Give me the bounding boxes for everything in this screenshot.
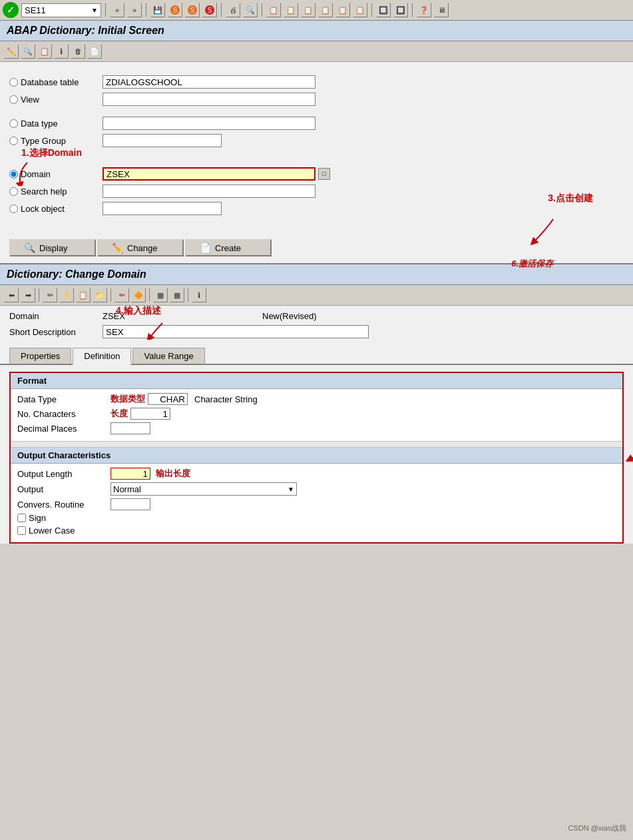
edit-icon[interactable]: ✏️	[4, 44, 19, 59]
domain-radio-label[interactable]: Domain	[9, 169, 103, 179]
domain-radio[interactable]	[9, 170, 18, 179]
search-help-row: Search help	[9, 185, 624, 198]
back-btn[interactable]: «	[110, 3, 124, 17]
output-inner: Output Length 输出长度 Output Normal ▼ Conve…	[11, 464, 622, 542]
type-group-radio[interactable]	[9, 137, 18, 145]
database-table-radio[interactable]	[9, 78, 18, 87]
data-type-input[interactable]	[103, 117, 316, 130]
grid2-icon[interactable]: ▦	[170, 288, 184, 302]
search-help-input[interactable]	[103, 185, 316, 198]
convers-routine-input[interactable]	[110, 498, 150, 510]
data-type-format-label: Data Type	[17, 394, 110, 404]
t8[interactable]: 🔲	[393, 3, 408, 17]
red-icon1[interactable]: ✏	[114, 288, 129, 302]
output-length-row: Output Length 输出长度	[17, 468, 616, 480]
type-group-radio-label[interactable]: Type Group	[9, 136, 103, 146]
view-input[interactable]	[103, 93, 316, 106]
t7[interactable]: 🔲	[376, 3, 391, 17]
yellow-icon[interactable]: 🔶	[131, 288, 146, 302]
data-type-radio[interactable]	[9, 119, 18, 128]
copy-icon[interactable]: 📋	[37, 44, 52, 59]
format-header: Format	[11, 373, 622, 389]
save-btn[interactable]: 💾	[150, 3, 165, 17]
tab-definition[interactable]: Definition	[73, 348, 131, 365]
lock-object-input[interactable]	[103, 202, 222, 215]
domain-input-group: □	[103, 167, 330, 181]
no-chars-input[interactable]	[130, 408, 170, 420]
lower-case-checkbox[interactable]	[17, 526, 26, 535]
separator	[262, 3, 262, 17]
tab-properties[interactable]: Properties	[9, 348, 71, 364]
domain-copy-icon[interactable]: □	[318, 168, 330, 180]
lower-section: Domain ZSEX New(Revised) Short Descripti…	[0, 306, 633, 544]
no-chars-label: No. Characters	[17, 409, 110, 419]
delete-icon[interactable]: 🗑	[71, 44, 85, 59]
forward-btn[interactable]: »	[127, 3, 142, 17]
type-group-input[interactable]	[103, 134, 222, 147]
info-icon[interactable]: ℹ	[54, 44, 69, 59]
data-type-annotation: 数据类型	[110, 393, 145, 405]
search-help-radio-label[interactable]: Search help	[9, 187, 103, 197]
create-button[interactable]: 📄 Create	[185, 239, 272, 256]
lower-form: Domain ZSEX New(Revised) Short Descripti…	[0, 306, 633, 345]
combined-section: 5.根据需求输入 Format Data Type 数据类型 Character…	[9, 372, 624, 544]
t4[interactable]: 📋	[318, 3, 333, 17]
domain-input[interactable]	[103, 167, 316, 181]
t5[interactable]: 📋	[335, 3, 350, 17]
sign-checkbox[interactable]	[17, 514, 26, 522]
lock-object-row: Lock object	[9, 202, 624, 215]
lower-domain-row: Domain ZSEX New(Revised)	[9, 311, 624, 321]
shortcut1-btn[interactable]: S	[168, 3, 182, 17]
sep	[39, 288, 39, 302]
search-help-radio[interactable]	[9, 187, 18, 196]
grid1-icon[interactable]: ▦	[153, 288, 168, 302]
doc-icon[interactable]: 📄	[87, 44, 102, 59]
output-length-label: Output Length	[17, 469, 110, 479]
copy2-icon[interactable]: 📋	[76, 288, 91, 302]
t2[interactable]: 📋	[284, 3, 298, 17]
decimal-places-input[interactable]	[110, 422, 150, 434]
lower-action-toolbar: ⬅ ➡ ✏ ⚡ 📋 📁 ✏ 🔶 ▦ ▦ ℹ	[0, 285, 633, 306]
output-dropdown[interactable]: Normal ▼	[110, 482, 297, 496]
t6[interactable]: 📋	[353, 3, 367, 17]
activate-icon[interactable]: ⚡	[59, 288, 74, 302]
convers-routine-label: Convers. Routine	[17, 500, 110, 510]
change-button[interactable]: ✏️ Change	[97, 239, 184, 256]
view-radio[interactable]	[9, 95, 18, 104]
view-radio-label[interactable]: View	[9, 95, 103, 105]
lower-section-title: Dictionary: Change Domain 6.激活保存	[0, 264, 633, 285]
separator	[146, 3, 146, 17]
info2-icon[interactable]: ℹ	[192, 288, 206, 302]
shortcut2-btn[interactable]: S	[185, 3, 200, 17]
nav-fwd-icon[interactable]: ➡	[21, 288, 35, 302]
transaction-field[interactable]: SE11 ▼	[21, 3, 101, 17]
arrow5-icon	[616, 426, 633, 466]
lock-object-radio[interactable]	[9, 205, 18, 213]
display-button[interactable]: 🔍 Display	[9, 239, 96, 256]
find-btn[interactable]: 🔍	[243, 3, 258, 17]
t1[interactable]: 📋	[266, 3, 281, 17]
sep	[149, 288, 150, 302]
monitor-btn[interactable]: 🖥	[434, 3, 449, 17]
sign-label: Sign	[29, 513, 46, 523]
data-type-format-input[interactable]	[148, 393, 188, 405]
tab-value-range[interactable]: Value Range	[132, 348, 204, 364]
lock-object-radio-label[interactable]: Lock object	[9, 204, 103, 214]
lower-case-label: Lower Case	[29, 526, 75, 536]
lower-domain-status: New(Revised)	[262, 311, 317, 321]
database-table-input[interactable]	[103, 75, 316, 89]
help-btn[interactable]: ❓	[417, 3, 431, 17]
shortcut3-btn[interactable]: S	[202, 3, 217, 17]
t3[interactable]: 📋	[301, 3, 316, 17]
view-row: View	[9, 93, 624, 106]
check-icon[interactable]: 📁	[93, 288, 107, 302]
data-type-radio-label[interactable]: Data type	[9, 119, 103, 129]
output-length-input[interactable]	[110, 468, 150, 480]
search-icon[interactable]: 🔍	[21, 44, 35, 59]
database-table-radio-label[interactable]: Database table	[9, 77, 103, 87]
output-label: Output	[17, 484, 110, 494]
arrow2-icon	[610, 131, 633, 177]
print-btn[interactable]: 🖨	[226, 3, 240, 17]
edit2-icon[interactable]: ✏	[43, 288, 57, 302]
nav-back-icon[interactable]: ⬅	[4, 288, 19, 302]
